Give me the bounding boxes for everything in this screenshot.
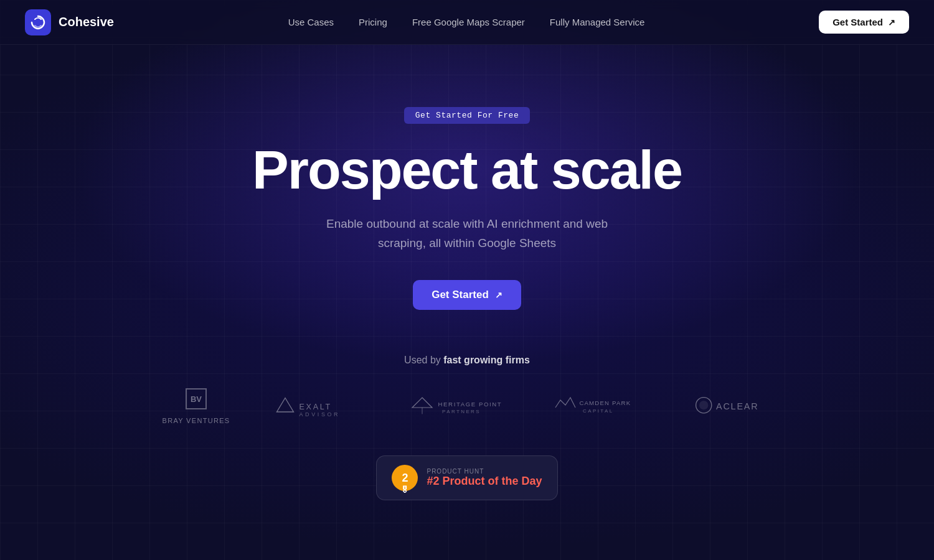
product-hunt-badge: 2 PRODUCT HUNT #2 Product of the Day [376,455,557,500]
brand-link[interactable]: Cohesive [25,9,114,35]
heritage-logo-svg: HERITAGE POINT PARTNERS [407,395,507,418]
nav-cta-arrow-icon: ↗ [888,17,895,27]
nav-item-pricing[interactable]: Pricing [359,17,387,28]
aclear-logo-svg: ACLEAR [694,395,772,418]
svg-text:CAPITAL: CAPITAL [583,408,614,414]
svg-text:ACLEAR: ACLEAR [716,401,758,411]
social-proof-label: Used by fast growing firms [0,355,934,366]
hero-cta-arrow-icon: ↗ [495,290,502,300]
brand-logo [25,9,51,35]
svg-text:ADVISOR: ADVISOR [299,411,340,418]
ph-medal-number: 2 [402,472,408,485]
hero-cta-label: Get Started [432,289,489,301]
svg-marker-0 [276,398,293,413]
bray-ventures-logo: BV BRAY VENTURES [162,388,230,424]
svg-text:CAMDEN PARK: CAMDEN PARK [579,399,631,406]
navbar: Cohesive Use Cases Pricing Free Google M… [0,0,934,45]
ph-label: PRODUCT HUNT [427,468,542,475]
svg-text:PARTNERS: PARTNERS [442,409,481,414]
nav-item-use-cases[interactable]: Use Cases [288,17,334,28]
nav-links: Use Cases Pricing Free Google Maps Scrap… [288,17,645,28]
aclear-logo: ACLEAR [694,395,772,418]
logos-row: BV BRAY VENTURES EXALT ADVISOR HERITAGE … [0,388,934,424]
bray-logo-text: BRAY VENTURES [162,417,230,424]
nav-item-maps-scraper[interactable]: Free Google Maps Scraper [412,17,525,28]
nav-item-managed-service[interactable]: Fully Managed Service [550,17,645,28]
camden-logo-svg: CAMDEN PARK CAPITAL [550,395,650,418]
camden-park-logo: CAMDEN PARK CAPITAL [550,395,650,418]
svg-marker-3 [412,398,432,408]
ph-title: #2 Product of the Day [427,475,542,488]
ph-medal: 2 [392,465,418,491]
svg-point-10 [699,401,708,409]
hero-badge: Get Started For Free [404,107,530,124]
heritage-point-logo: HERITAGE POINT PARTNERS [407,395,507,418]
nav-get-started-button[interactable]: Get Started ↗ [819,11,909,34]
product-hunt-section: 2 PRODUCT HUNT #2 Product of the Day [0,455,934,500]
hero-title: Prospect at scale [252,141,682,198]
exalt-advisor-logo: EXALT ADVISOR [274,395,364,418]
social-proof-section: Used by fast growing firms BV BRAY VENTU… [0,355,934,424]
svg-text:EXALT: EXALT [299,403,331,412]
hero-subtitle-line2: scraping, all within Google Sheets [378,236,556,250]
svg-text:HERITAGE POINT: HERITAGE POINT [438,401,502,408]
nav-cta-label: Get Started [833,17,883,27]
bray-logo-mark: BV [186,388,207,409]
exalt-logo-svg: EXALT ADVISOR [274,395,364,418]
hero-subtitle: Enable outbound at scale with AI enrichm… [326,215,608,253]
hero-get-started-button[interactable]: Get Started ↗ [413,280,521,310]
brand-name: Cohesive [59,15,114,29]
hero-section: Get Started For Free Prospect at scale E… [0,45,934,355]
social-proof-bold: fast growing firms [443,355,530,365]
social-proof-prefix: Used by [404,355,443,365]
ph-text-block: PRODUCT HUNT #2 Product of the Day [427,468,542,488]
cohesive-logo-icon [30,14,46,30]
hero-subtitle-line1: Enable outbound at scale with AI enrichm… [326,217,608,230]
